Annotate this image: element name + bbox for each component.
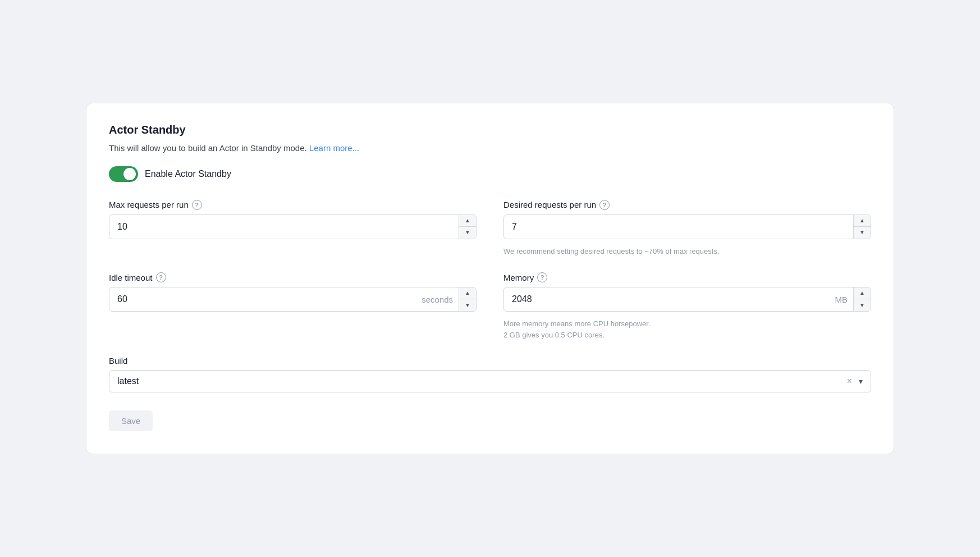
max-requests-field-group: Max requests per run ? ▲ ▼ [109,200,477,257]
fields-grid: Max requests per run ? ▲ ▼ Desired reque… [109,200,871,341]
max-requests-input[interactable] [109,215,459,239]
learn-more-link[interactable]: Learn more... [309,143,359,153]
desired-requests-input-wrapper: ▲ ▼ [503,214,871,239]
desired-requests-spinners: ▲ ▼ [853,215,871,239]
memory-hint: More memory means more CPU horsepower. 2… [503,318,871,340]
section-description: This will allow you to build an Actor in… [109,143,871,153]
desired-requests-hint: We recommend setting desired requests to… [503,246,871,257]
desired-requests-increment[interactable]: ▲ [854,215,871,227]
idle-timeout-help-icon[interactable]: ? [156,272,166,282]
max-requests-help-icon[interactable]: ? [192,200,202,210]
memory-decrement[interactable]: ▼ [854,299,871,311]
memory-spinners: ▲ ▼ [853,287,871,311]
idle-timeout-increment[interactable]: ▲ [459,287,476,299]
idle-timeout-input[interactable] [109,289,416,310]
enable-toggle-row: Enable Actor Standby [109,166,871,182]
idle-timeout-suffix: seconds [416,295,459,304]
idle-timeout-input-wrapper: seconds ▲ ▼ [109,287,477,312]
build-chevron-icon[interactable]: ▾ [857,377,863,386]
max-requests-increment[interactable]: ▲ [459,215,476,227]
memory-help-icon[interactable]: ? [537,272,547,282]
max-requests-decrement[interactable]: ▼ [459,227,476,239]
desired-requests-field-group: Desired requests per run ? ▲ ▼ We recomm… [503,200,871,257]
max-requests-spinners: ▲ ▼ [459,215,476,239]
actor-standby-card: Actor Standby This will allow you to bui… [86,103,894,455]
memory-input-wrapper: MB ▲ ▼ [503,287,871,312]
build-clear-button[interactable]: × [842,376,857,386]
idle-timeout-spinners: ▲ ▼ [459,287,476,311]
build-select-wrapper[interactable]: latest × ▾ [109,370,871,392]
toggle-label: Enable Actor Standby [145,169,231,179]
memory-suffix: MB [830,295,854,304]
idle-timeout-field-group: Idle timeout ? seconds ▲ ▼ [109,272,477,340]
desired-requests-label: Desired requests per run ? [503,200,871,210]
desired-requests-input[interactable] [504,215,853,239]
build-select-value: latest [117,376,842,386]
memory-field-group: Memory ? MB ▲ ▼ More memory means more C… [503,272,871,340]
max-requests-label: Max requests per run ? [109,200,477,210]
build-label: Build [109,356,871,366]
memory-input[interactable] [504,289,830,310]
section-title: Actor Standby [109,124,871,136]
build-section: Build latest × ▾ [109,356,871,392]
memory-increment[interactable]: ▲ [854,287,871,299]
desired-requests-decrement[interactable]: ▼ [854,227,871,239]
memory-label: Memory ? [503,272,871,282]
enable-actor-standby-toggle[interactable] [109,166,138,182]
save-button[interactable]: Save [109,410,153,431]
max-requests-input-wrapper: ▲ ▼ [109,214,477,239]
idle-timeout-label: Idle timeout ? [109,272,477,282]
idle-timeout-decrement[interactable]: ▼ [459,299,476,311]
desired-requests-help-icon[interactable]: ? [599,200,610,210]
